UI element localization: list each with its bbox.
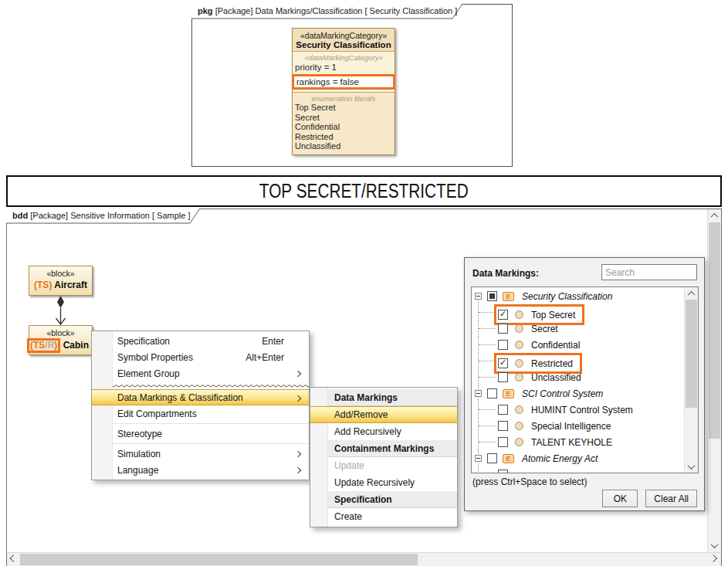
literal-icon xyxy=(515,373,523,381)
aircraft-name-line: (TS) Aircraft xyxy=(29,279,92,291)
literals-caption: enumeration literals xyxy=(293,94,394,103)
tree-item-confidential[interactable]: Confidential xyxy=(472,337,685,353)
tree-row-content: Unclassified xyxy=(498,369,581,385)
checkbox-security-classification[interactable] xyxy=(487,291,497,301)
menu-item-label: Data Markings & Classification xyxy=(117,392,300,403)
tree-item-label: HUMINT Control System xyxy=(531,405,633,415)
checkbox-item[interactable] xyxy=(498,470,508,473)
pkg-frame-kind: pkg xyxy=(198,6,213,15)
checkbox-sci-control-system[interactable] xyxy=(487,388,497,398)
tree-item-top-secret[interactable]: Top Secret xyxy=(472,304,685,320)
bdd-diagram-frame: bdd [Package] Sensitive Information [ Sa… xyxy=(6,209,722,566)
search-input[interactable] xyxy=(601,264,697,280)
bdd-frame-kind: bdd xyxy=(12,211,28,220)
tree-row-content: ESecurity Classification xyxy=(487,288,612,304)
tree-item-label: Unclassified xyxy=(531,372,581,383)
menu-item-data-markings-classification[interactable]: Data Markings & Classification xyxy=(92,389,309,405)
tree-expander-icon[interactable] xyxy=(475,455,482,462)
scroll-right-icon[interactable] xyxy=(708,553,721,566)
tree-scroll-down-icon[interactable] xyxy=(685,460,698,473)
menu-icon-gutter xyxy=(92,331,113,480)
tree-item-secret[interactable]: Secret xyxy=(472,320,685,337)
tree-item-label: TALENT KEYHOLE xyxy=(531,437,612,448)
menu-item-edit-compartments[interactable]: Edit Compartments xyxy=(92,405,309,422)
horizontal-scrollbar-thumb[interactable] xyxy=(20,554,418,565)
checkbox-confidential[interactable] xyxy=(498,340,508,350)
menu-shortcut: Enter xyxy=(262,336,284,347)
literal-icon xyxy=(515,405,523,414)
data-markings-title: Data Markings: xyxy=(472,268,539,279)
cabin-marking-highlight-box: (TS/R) xyxy=(27,338,60,353)
literal-icon xyxy=(515,422,523,430)
tree-expander-icon[interactable] xyxy=(475,390,482,397)
submenu-header-containment-markings: Containment Markings xyxy=(310,440,457,457)
checkbox-top-secret[interactable] xyxy=(498,310,508,320)
tree-category-sci-control-system[interactable]: ESCI Control System xyxy=(472,385,685,402)
submenu-header-data-markings: Data Markings xyxy=(310,389,457,406)
aircraft-block[interactable]: «block» (TS) Aircraft xyxy=(29,266,93,296)
checkbox-special-intelligence[interactable] xyxy=(498,421,508,431)
cabin-marking-ts: (TS xyxy=(30,340,45,351)
menu-item-language[interactable]: Language xyxy=(92,462,309,478)
tree-expander-icon[interactable] xyxy=(475,293,482,300)
tree-scrollbar[interactable] xyxy=(684,287,698,473)
menu-item-simulation[interactable]: Simulation xyxy=(92,446,309,462)
tree-category-security-classification[interactable]: ESecurity Classification xyxy=(472,288,685,304)
tree-scroll-up-icon[interactable] xyxy=(685,287,698,300)
submenu-item-update[interactable]: Update xyxy=(310,457,457,474)
scroll-up-icon[interactable] xyxy=(708,209,721,222)
checkbox-humint-control-system[interactable] xyxy=(498,405,508,415)
tree-item-humint-control-system[interactable]: HUMINT Control System xyxy=(472,402,685,418)
tree-item-talent-keyhole[interactable]: TALENT KEYHOLE xyxy=(472,434,685,450)
checkbox-talent-keyhole[interactable] xyxy=(498,437,508,447)
tree-guide-stub xyxy=(479,426,496,426)
checkbox-secret[interactable] xyxy=(498,324,508,334)
submenu-item-add-remove[interactable]: Add/Remove xyxy=(310,406,457,423)
vertical-scrollbar-thumb[interactable] xyxy=(709,222,720,439)
submenu-item-add-recursively[interactable]: Add Recursively xyxy=(310,423,457,440)
tree-guide-stub xyxy=(479,377,496,378)
class-attributes-compartment: «dataMarkingCategory» priority = 1 ranki… xyxy=(293,52,394,93)
submenu-item-label: Add Recursively xyxy=(334,426,449,437)
horizontal-scrollbar[interactable] xyxy=(7,552,721,566)
submenu-item-update-recursively[interactable]: Update Recursively xyxy=(310,474,457,491)
ctrl-space-hint: (press Ctrl+Space to select) xyxy=(472,476,587,487)
scroll-left-icon[interactable] xyxy=(7,553,20,566)
literal-icon xyxy=(515,341,523,349)
menu-item-stereotype[interactable]: Stereotype xyxy=(92,426,309,442)
checkbox-unclassified[interactable] xyxy=(498,372,508,382)
menu-separator xyxy=(92,443,309,444)
tree-guide-stub xyxy=(479,442,496,442)
security-classification-class[interactable]: «dataMarkingCategory» Security Classific… xyxy=(292,28,395,155)
tree-item-unclassified[interactable]: Unclassified xyxy=(472,369,685,385)
menu-item-specification[interactable]: SpecificationEnter xyxy=(92,333,309,349)
tree-guide-stub xyxy=(479,328,496,329)
checkbox-restricted[interactable] xyxy=(498,358,508,368)
menu-item-label: Specification xyxy=(117,336,262,347)
class-header: «dataMarkingCategory» Security Classific… xyxy=(293,29,394,52)
tree-item-item[interactable] xyxy=(472,466,685,473)
checkbox-atomic-energy-act[interactable] xyxy=(487,453,497,463)
tree-scrollbar-thumb[interactable] xyxy=(686,300,697,408)
magicdraw-workspace: pkg [Package] Data Markings/Classificati… xyxy=(0,0,728,573)
ok-button[interactable]: OK xyxy=(602,490,638,507)
menu-item-label: Stereotype xyxy=(117,429,300,439)
enumeration-icon: E xyxy=(503,292,514,301)
composition-connector[interactable] xyxy=(29,296,93,325)
cabin-block[interactable]: «block» (TS/R) Cabin xyxy=(29,325,93,355)
vertical-scrollbar[interactable] xyxy=(707,209,721,552)
menu-item-element-group[interactable]: Element Group xyxy=(92,365,309,381)
tree-row-content: ESCI Control System xyxy=(487,385,603,402)
scroll-down-icon[interactable] xyxy=(708,539,721,552)
tree-row-content: EAtomic Energy Act xyxy=(487,450,598,466)
menu-truncation-zigzag xyxy=(92,381,309,389)
tree-category-atomic-energy-act[interactable]: EAtomic Energy Act xyxy=(472,450,685,466)
tree-item-restricted[interactable]: Restricted xyxy=(472,353,685,369)
submenu-item-create[interactable]: Create xyxy=(310,508,457,525)
tree-item-label: SCI Control System xyxy=(522,388,603,399)
clear-all-button[interactable]: Clear All xyxy=(645,490,697,507)
tree-item-special-intelligence[interactable]: Special Intelligence xyxy=(472,418,685,434)
cabin-stereotype: «block» xyxy=(29,328,92,338)
aircraft-stereotype: «block» xyxy=(29,269,92,279)
menu-item-symbol-properties[interactable]: Symbol PropertiesAlt+Enter xyxy=(92,349,309,365)
